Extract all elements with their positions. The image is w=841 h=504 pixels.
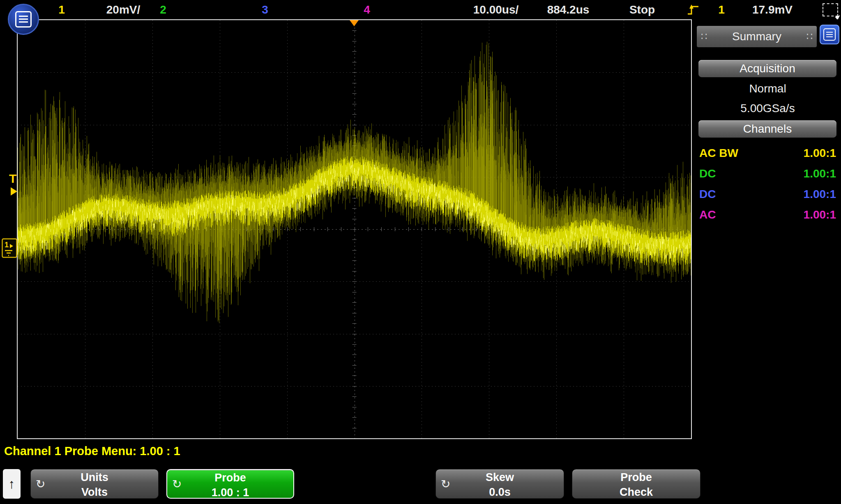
channel2-probe-ratio: 1.00:1 bbox=[804, 167, 836, 180]
softkey-label: Skew bbox=[436, 470, 564, 484]
sample-rate: 5.00GSa/s bbox=[694, 101, 841, 116]
channel-summary-list: AC BW 1.00:1 DC 1.00:1 DC 1.00:1 AC 1.00… bbox=[694, 143, 841, 225]
channel1-probe-ratio: 1.00:1 bbox=[804, 147, 836, 160]
channel4-label[interactable]: 4 bbox=[364, 0, 370, 19]
channels-button[interactable]: Channels bbox=[698, 120, 836, 138]
acquisition-mode: Normal bbox=[694, 81, 841, 97]
channel1-label[interactable]: 1 bbox=[58, 0, 65, 19]
channel1-ground-marker[interactable]: 1 bbox=[2, 238, 17, 260]
channel3-probe-ratio: 1.00:1 bbox=[804, 188, 836, 201]
channel2-label[interactable]: 2 bbox=[160, 0, 166, 19]
softkey-value: Check bbox=[572, 485, 700, 499]
trigger-slope-icon[interactable] bbox=[687, 3, 699, 16]
channel1-summary-row: AC BW 1.00:1 bbox=[694, 143, 841, 163]
summary-sidebar: ∷ Summary ∷ Acquisition Normal 5.00GSa/s… bbox=[694, 19, 841, 439]
softkey-value: 1.00 : 1 bbox=[167, 486, 293, 499]
sidebar-header[interactable]: ∷ Summary ∷ bbox=[697, 26, 817, 47]
channel4-coupling: AC bbox=[699, 208, 716, 221]
region-select-icon[interactable] bbox=[823, 3, 838, 16]
time-reference-marker[interactable] bbox=[350, 20, 359, 26]
softkey-units[interactable]: ↻ Units Volts bbox=[30, 469, 159, 499]
softkey-bar: ↑ ↻ Units Volts ↻ Probe 1.00 : 1 ↻ Skew … bbox=[0, 468, 841, 499]
softkey-value: Volts bbox=[31, 485, 158, 499]
softkey-probe-check[interactable]: Probe Check bbox=[572, 469, 700, 499]
hamburger-icon bbox=[15, 11, 32, 28]
oscilloscope-screen: 1 20mV/ 2 3 4 10.00us/ 884.2us Stop 1 17… bbox=[0, 0, 841, 504]
hamburger-icon bbox=[823, 28, 836, 41]
sidebar-title: Summary bbox=[732, 30, 781, 43]
trigger-source-readout[interactable]: 1 bbox=[718, 0, 725, 19]
waveform-canvas bbox=[18, 20, 691, 438]
timebase-readout[interactable]: 10.00us/ bbox=[473, 0, 519, 19]
trigger-level-label[interactable]: T bbox=[9, 172, 16, 186]
channel1-coupling: AC BW bbox=[699, 147, 738, 160]
channel3-coupling: DC bbox=[699, 188, 716, 201]
channel4-summary-row: AC 1.00:1 bbox=[694, 205, 841, 225]
softkey-label: Probe bbox=[572, 470, 700, 484]
channel2-coupling: DC bbox=[699, 167, 716, 180]
waveform-display bbox=[17, 19, 692, 439]
channel3-label[interactable]: 3 bbox=[262, 0, 268, 19]
softkey-label: Probe bbox=[167, 471, 293, 485]
channel4-probe-ratio: 1.00:1 bbox=[804, 208, 836, 221]
status-bar: 1 20mV/ 2 3 4 10.00us/ 884.2us Stop 1 17… bbox=[0, 0, 841, 19]
softkey-label: Units bbox=[31, 470, 158, 484]
channel1-scale[interactable]: 20mV/ bbox=[106, 0, 141, 19]
svg-text:1: 1 bbox=[5, 241, 9, 249]
run-state-indicator[interactable]: Stop bbox=[629, 0, 655, 19]
channel2-summary-row: DC 1.00:1 bbox=[694, 163, 841, 184]
up-arrow-icon: ↑ bbox=[9, 476, 15, 492]
menu-status-line: Channel 1 Probe Menu: 1.00 : 1 bbox=[4, 444, 180, 458]
softkey-value: 0.0s bbox=[436, 485, 564, 499]
softkey-skew[interactable]: ↻ Skew 0.0s bbox=[435, 469, 564, 499]
trigger-level-readout[interactable]: 17.9mV bbox=[752, 0, 793, 19]
sidebar-menu-button[interactable] bbox=[820, 25, 839, 44]
channel3-summary-row: DC 1.00:1 bbox=[694, 184, 841, 205]
drag-handle-icon-left: ∷ bbox=[701, 32, 707, 41]
acquisition-button[interactable]: Acquisition bbox=[698, 60, 836, 77]
softkey-probe[interactable]: ↻ Probe 1.00 : 1 bbox=[166, 469, 294, 499]
drag-handle-icon-right: ∷ bbox=[806, 32, 813, 41]
back-button[interactable]: ↑ bbox=[3, 469, 21, 499]
delay-readout[interactable]: 884.2us bbox=[547, 0, 590, 19]
main-menu-button[interactable] bbox=[8, 4, 39, 35]
trigger-level-arrow[interactable] bbox=[11, 187, 17, 196]
